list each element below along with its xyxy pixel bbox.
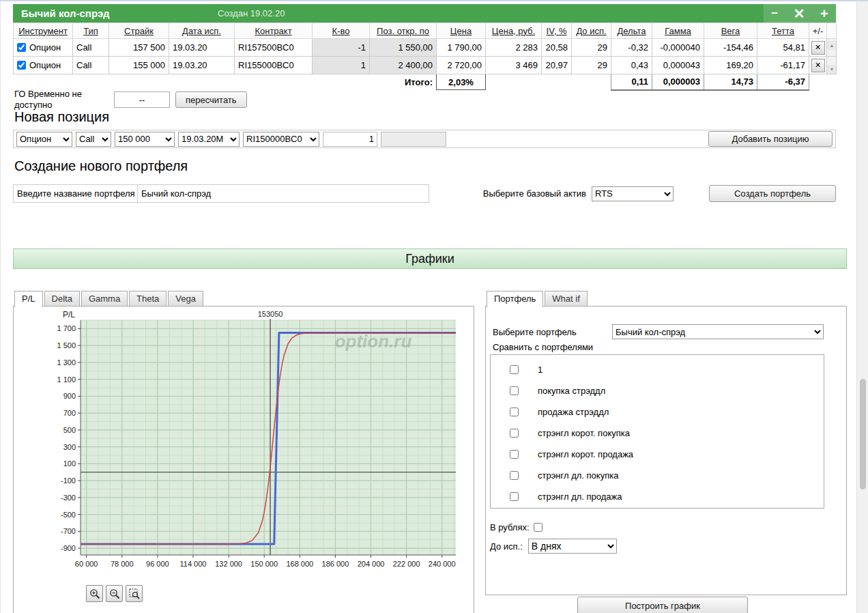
new-position-row: Опцион Call 150 000 19.03.20M RI150000BC… [13,130,836,148]
col-header-exp-date[interactable]: Дата исп. [169,23,235,39]
right-panel-tabs: Портфель What if [487,291,589,306]
col-header-qty[interactable]: К-во [313,23,370,39]
col-header-pos-open[interactable]: Поз. откр. по [370,23,437,39]
cell-days: 29 [572,39,611,57]
cell-days: 29 [572,57,611,74]
portfolio-creation-title: Создание нового портфеля [14,158,188,174]
days-select[interactable]: В днях [528,539,617,554]
col-header-price[interactable]: Цена [437,23,486,39]
col-header-scroll [827,23,837,39]
total-label: Итого: [370,74,437,90]
svg-text:186 000: 186 000 [322,560,349,568]
build-chart-button[interactable]: Построить график [577,597,748,613]
compare-checkbox[interactable] [510,471,519,480]
instrument-type-select[interactable]: Опцион [16,132,72,147]
tab-gamma[interactable]: Gamma [81,291,128,306]
portfolio-name-label: Введите название портфеля [13,184,137,203]
tab-delta[interactable]: Delta [44,291,80,306]
col-header-strike[interactable]: Страйк [109,23,169,39]
svg-text:option.ru: option.ru [335,331,412,352]
rubles-row: В рублях: [490,522,542,532]
zoom-in-icon[interactable] [86,585,103,602]
svg-text:-700: -700 [61,527,76,535]
svg-text:P/L: P/L [63,310,75,319]
cell-gamma: 0,000043 [652,57,704,74]
col-header-contract[interactable]: Контракт [235,23,313,39]
scrollbar-thumb[interactable] [860,379,866,489]
svg-text:500: 500 [63,426,76,434]
position-checkbox[interactable] [17,61,26,70]
cell-vega: 169,20 [704,57,757,74]
compare-checkbox[interactable] [510,450,519,459]
compare-portfolios-box: 1 покупка стрэддл продажа стрэддл стрэнг… [490,354,824,509]
col-header-iv[interactable]: IV, % [542,23,572,39]
col-header-type[interactable]: Тип [73,23,109,39]
cell-instrument: Опцион [29,60,61,70]
cell-pos-open: 1 550,00 [370,39,437,57]
total-gamma: 0,000003 [652,74,704,90]
quantity-input[interactable] [323,132,377,147]
col-header-delta[interactable]: Дельта [611,23,652,39]
col-header-days[interactable]: До исп. [572,23,611,39]
col-header-theta[interactable]: Тетта [757,23,809,39]
contract-select[interactable]: RI150000BC0 [243,132,319,147]
list-item: стрэнгл дл. покупка [491,465,824,486]
compare-checkbox[interactable] [510,429,519,438]
col-header-price-rub[interactable]: Цена, руб. [486,23,542,39]
svg-text:-500: -500 [61,511,76,519]
portfolio-name-input[interactable] [137,184,429,203]
go-section: ГО Временно не доступно пересчитать [14,89,247,111]
go-value-input[interactable] [114,91,170,108]
delete-position-button[interactable]: ✕ [811,41,825,55]
list-item: стрэнгл дл. продажа [491,486,824,507]
tab-pl[interactable]: P/L [14,291,43,307]
svg-text:132 000: 132 000 [215,560,242,568]
add-icon[interactable]: + [820,7,828,20]
compare-checkbox[interactable] [510,365,519,374]
col-header-vega[interactable]: Вега [704,23,757,39]
zoom-reset-icon[interactable] [126,585,143,602]
compare-checkbox[interactable] [510,386,519,395]
cell-contract: RI155000BC0 [235,57,313,74]
option-type-select[interactable]: Call [76,132,111,147]
table-scroll-up-icon[interactable]: ▲ [827,41,837,50]
portfolio-select[interactable]: Бычий кол-спрэд [612,324,824,339]
create-portfolio-button[interactable]: Создать портфель [709,185,836,202]
position-checkbox[interactable] [17,43,26,52]
svg-text:1 700: 1 700 [57,324,76,332]
col-header-gamma[interactable]: Гамма [652,23,704,39]
exp-date-select[interactable]: 19.03.20M [178,132,240,147]
rubles-label: В рублях: [490,522,530,532]
cell-contract: RI157500BC0 [235,39,313,57]
strike-select[interactable]: 150 000 [115,132,175,147]
tab-what-if[interactable]: What if [545,291,587,306]
delete-position-button[interactable]: ✕ [811,59,825,72]
rubles-checkbox[interactable] [534,523,542,532]
close-icon[interactable]: ✕ [794,7,805,20]
svg-text:1 300: 1 300 [57,358,76,367]
compare-checkbox[interactable] [510,492,519,501]
table-header-row: Инструмент Тип Страйк Дата исп. Контракт… [14,23,837,39]
compare-checkbox[interactable] [510,408,519,416]
zoom-out-icon[interactable] [106,585,123,602]
cell-iv: 20,97 [542,57,572,74]
col-header-instrument[interactable]: Инструмент [14,23,73,39]
cell-price-rub: 2 283 [486,39,542,57]
svg-text:78 000: 78 000 [111,560,134,568]
base-asset-select[interactable]: RTS [592,186,674,201]
tab-portfolio[interactable]: Портфель [487,291,543,307]
cell-price-rub: 3 469 [486,57,542,74]
svg-text:222 000: 222 000 [393,560,420,568]
price-input[interactable] [381,132,446,147]
recalculate-button[interactable]: пересчитать [175,91,247,108]
minimize-icon[interactable]: − [771,8,778,19]
go-label: ГО Временно не доступно [14,89,114,111]
page-scrollbar[interactable] [856,1,868,613]
tab-theta[interactable]: Theta [129,291,167,306]
svg-text:300: 300 [63,443,76,451]
svg-text:204 000: 204 000 [358,560,385,568]
table-scroll-down-icon[interactable]: ▼ [827,65,837,74]
tab-vega[interactable]: Vega [168,291,203,306]
add-position-button[interactable]: Добавить позицию [708,131,833,147]
col-header-plusminus: +/- [809,23,827,39]
